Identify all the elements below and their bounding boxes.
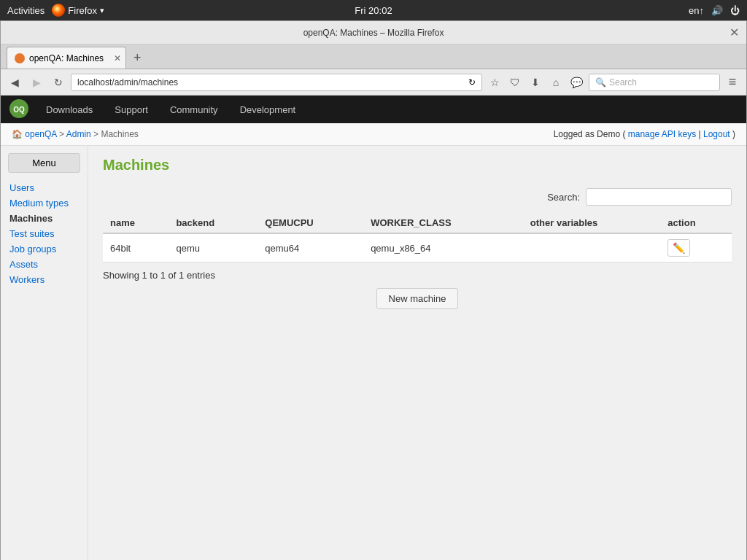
os-topbar-right: en↑ 🔊 ⏻ — [689, 5, 740, 16]
col-name: name — [103, 213, 169, 233]
col-action: action — [660, 213, 732, 233]
site-nav: OQ Downloads Support Community Developme… — [1, 96, 746, 123]
svg-text:OQ: OQ — [13, 106, 25, 114]
page-title: Machines — [103, 157, 732, 174]
refresh-btn[interactable]: ↻ — [49, 73, 68, 92]
menu-icon[interactable]: ≡ — [723, 73, 742, 92]
table-search-input[interactable] — [586, 188, 732, 206]
address-bar: ◀ ▶ ↻ localhost/admin/machines ↻ ☆ 🛡 ⬇ ⌂… — [1, 69, 746, 96]
login-info: Logged as Demo ( manage API keys | Logou… — [554, 129, 735, 139]
os-topbar: Activities Firefox ▾ Fri 20:02 en↑ 🔊 ⏻ — [0, 0, 747, 20]
col-backend: backend — [169, 213, 258, 233]
url-text: localhost/admin/machines — [77, 77, 178, 88]
col-qemucpu: QEMUCPU — [258, 213, 363, 233]
cell-name: 64bit — [103, 233, 169, 262]
search-icon: 🔍 — [595, 77, 606, 88]
login-close: ) — [732, 129, 735, 139]
search-row: Search: — [103, 188, 732, 206]
breadcrumb-admin-link[interactable]: Admin — [66, 129, 91, 139]
browser-titlebar: openQA: Machines – Mozilla Firefox ✕ — [1, 21, 746, 44]
power-icon[interactable]: ⏻ — [730, 5, 740, 16]
chat-icon[interactable]: 💬 — [567, 73, 586, 92]
login-text: Logged as Demo ( — [554, 129, 626, 139]
breadcrumb-sep1: > — [59, 129, 66, 139]
cell-qemucpu: qemu64 — [258, 233, 363, 262]
home-icon[interactable]: ⌂ — [546, 73, 565, 92]
new-tab-btn[interactable]: + — [129, 50, 146, 66]
tab-favicon — [15, 53, 25, 63]
edit-machine-btn[interactable]: ✏️ — [667, 239, 690, 257]
tab-close-btn[interactable]: ✕ — [114, 53, 121, 63]
cell-other-variables — [523, 233, 660, 262]
browser-title: openQA: Machines – Mozilla Firefox — [303, 28, 444, 38]
os-clock: Fri 20:02 — [355, 5, 392, 16]
nav-community[interactable]: Community — [160, 98, 228, 121]
table-header-row: name backend QEMUCPU WORKER_CLASS other … — [103, 213, 732, 233]
browser-tab[interactable]: openQA: Machines ✕ — [7, 47, 126, 69]
new-machine-btn[interactable]: New machine — [376, 288, 459, 309]
browser-search-bar[interactable]: 🔍 Search — [589, 74, 720, 91]
sidebar-item-users[interactable]: Users — [8, 180, 80, 195]
lang-selector[interactable]: en↑ — [689, 5, 704, 16]
col-other-variables: other variables — [523, 213, 660, 233]
sidebar-item-assets[interactable]: Assets — [8, 257, 80, 272]
browser-window: openQA: Machines – Mozilla Firefox ✕ ope… — [0, 20, 747, 560]
sidebar-item-medium-types[interactable]: Medium types — [8, 195, 80, 211]
url-bar[interactable]: localhost/admin/machines ↻ — [71, 74, 482, 91]
bookmark-icon[interactable]: ↻ — [468, 77, 476, 88]
sidebar-item-test-suites[interactable]: Test suites — [8, 226, 80, 241]
sidebar-item-machines[interactable]: Machines — [8, 211, 80, 226]
cell-worker-class: qemu_x86_64 — [363, 233, 523, 262]
forward-btn[interactable]: ▶ — [27, 73, 46, 92]
logout-link[interactable]: Logout — [703, 129, 730, 139]
site-logo: OQ — [8, 98, 30, 122]
os-topbar-left: Activities Firefox ▾ — [7, 4, 104, 17]
star-icon[interactable]: ☆ — [485, 73, 504, 92]
manage-api-link[interactable]: manage API keys — [628, 129, 696, 139]
nav-downloads[interactable]: Downloads — [36, 98, 103, 121]
main-content: Machines Search: name backend QEMUCPU WO… — [88, 146, 746, 560]
col-worker-class: WORKER_CLASS — [363, 213, 523, 233]
cell-action: ✏️ — [660, 233, 732, 262]
breadcrumb-home-link[interactable]: openQA — [25, 129, 56, 139]
breadcrumb-home-icon: 🏠 — [12, 129, 23, 139]
sidebar-item-workers[interactable]: Workers — [8, 272, 80, 287]
sidebar-item-job-groups[interactable]: Job groups — [8, 241, 80, 257]
tab-label: openQA: Machines — [29, 53, 104, 63]
activities-label[interactable]: Activities — [7, 5, 44, 16]
volume-icon[interactable]: 🔊 — [711, 5, 723, 16]
showing-text: Showing 1 to 1 of 1 entries — [103, 270, 732, 281]
back-btn[interactable]: ◀ — [5, 73, 24, 92]
firefox-logo: Firefox ▾ — [52, 4, 104, 17]
nav-support[interactable]: Support — [104, 98, 158, 121]
breadcrumb: 🏠 openQA > Admin > Machines — [12, 129, 139, 139]
breadcrumb-bar: 🏠 openQA > Admin > Machines Logged as De… — [1, 123, 746, 146]
table-row: 64bit qemu qemu64 qemu_x86_64 ✏️ — [103, 233, 732, 262]
shield-icon[interactable]: 🛡 — [506, 73, 525, 92]
cell-backend: qemu — [169, 233, 258, 262]
tab-bar: openQA: Machines ✕ + — [1, 44, 746, 69]
browser-close-btn[interactable]: ✕ — [729, 26, 739, 39]
search-placeholder: Search — [609, 77, 637, 88]
nav-development[interactable]: Development — [230, 98, 306, 121]
url-icons: ↻ — [468, 77, 476, 88]
breadcrumb-current: Machines — [101, 129, 138, 139]
search-label: Search: — [547, 192, 580, 203]
machines-table: name backend QEMUCPU WORKER_CLASS other … — [103, 213, 732, 262]
sidebar: Menu Users Medium types Machines Test su… — [1, 146, 88, 560]
sidebar-menu-title: Menu — [8, 153, 80, 173]
toolbar-icons: ☆ 🛡 ⬇ ⌂ 💬 — [485, 73, 586, 92]
download-icon[interactable]: ⬇ — [526, 73, 545, 92]
breadcrumb-sep2: > — [93, 129, 101, 139]
page-content: Menu Users Medium types Machines Test su… — [1, 146, 746, 560]
